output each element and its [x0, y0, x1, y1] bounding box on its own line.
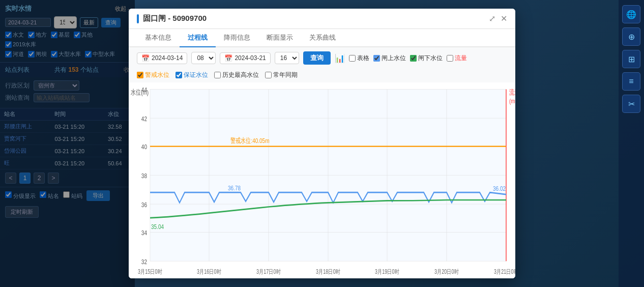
svg-text:32: 32 [141, 257, 147, 266]
start-hour-select[interactable]: 08 [191, 52, 216, 64]
chart-query-button[interactable]: 查询 [303, 51, 331, 65]
check-gate-above[interactable]: 闸上水位 [373, 54, 406, 63]
tab-basic-info[interactable]: 基本信息 [137, 29, 180, 47]
check-gate-below[interactable]: 闸下水位 [410, 54, 443, 63]
tools-icon: ✂ [628, 99, 635, 109]
modal-title: 固口闸 - 50909700 [137, 14, 207, 23]
svg-text:38: 38 [141, 171, 147, 180]
check-table[interactable]: 表格 [349, 54, 369, 63]
svg-text:40: 40 [141, 143, 147, 151]
target-button[interactable]: ⊕ [622, 27, 640, 46]
chart-svg: 32 34 36 38 40 42 44 水位(m) 流量 (m³/s) 3月1… [129, 82, 515, 278]
options-row: 警戒水位 保证水位 历史最高水位 常年同期 [129, 69, 515, 82]
tab-cross-section[interactable]: 断面显示 [258, 29, 301, 47]
close-button[interactable]: ✕ [501, 14, 507, 23]
end-hour-select[interactable]: 16 [275, 52, 299, 64]
svg-text:3月15日0时: 3月15日0时 [138, 268, 162, 275]
svg-text:36: 36 [141, 200, 147, 209]
crosshair-icon: ⊕ [628, 32, 635, 42]
grid-button[interactable]: ⊞ [622, 50, 640, 68]
end-date-input[interactable]: 📅 2024-03-21 [220, 52, 270, 64]
tab-process-line[interactable]: 过程线 [180, 29, 216, 47]
end-date-value: 2024-03-21 [235, 54, 266, 62]
svg-text:流量: 流量 [509, 89, 515, 97]
modal-header-controls: ⤢ ✕ [489, 14, 507, 23]
modal-header: 固口闸 - 50909700 ⤢ ✕ [129, 9, 515, 29]
svg-text:警戒水位:40.05m: 警戒水位:40.05m [230, 136, 270, 145]
svg-text:3月19日0时: 3月19日0时 [375, 268, 399, 275]
tab-relation-curve[interactable]: 关系曲线 [301, 29, 344, 47]
start-date-input[interactable]: 📅 2024-03-14 [137, 52, 187, 64]
svg-text:3月20日0时: 3月20日0时 [434, 268, 459, 275]
tab-rainfall[interactable]: 降雨信息 [216, 29, 258, 47]
check-history-max[interactable]: 历史最高水位 [214, 71, 259, 79]
svg-text:35.04: 35.04 [151, 222, 164, 231]
svg-text:3月16日0时: 3月16日0时 [197, 268, 221, 275]
globe-button[interactable]: 🌐 [622, 5, 640, 23]
chart-type-icon[interactable]: 📊 [335, 53, 345, 63]
svg-text:34: 34 [141, 228, 147, 237]
svg-text:(m³/s): (m³/s) [509, 97, 515, 105]
globe-icon: 🌐 [626, 10, 636, 19]
tools-button[interactable]: ✂ [622, 95, 640, 113]
calendar-icon-end: 📅 [224, 54, 232, 62]
svg-text:3月21日0时: 3月21日0时 [494, 268, 515, 275]
svg-text:42: 42 [141, 114, 147, 123]
check-guarantee-level[interactable]: 保证水位 [175, 71, 208, 79]
svg-text:水位(m): 水位(m) [131, 89, 149, 97]
check-flow[interactable]: 流量 [447, 54, 467, 63]
grid-icon: ⊞ [628, 54, 635, 64]
svg-text:3月17日0时: 3月17日0时 [256, 268, 281, 275]
svg-text:36.02: 36.02 [493, 185, 506, 193]
svg-text:3月18日0时: 3月18日0时 [316, 268, 340, 275]
layers-button[interactable]: ≡ [622, 72, 640, 91]
calendar-icon-start: 📅 [141, 54, 150, 62]
modal-overlay: 固口闸 - 50909700 ⤢ ✕ 基本信息 过程线 降雨信息 断面显示 关系… [0, 0, 644, 287]
right-toolbar: 🌐 ⊕ ⊞ ≡ ✂ [619, 0, 644, 287]
maximize-button[interactable]: ⤢ [489, 14, 495, 23]
svg-text:36.78: 36.78 [228, 184, 241, 192]
modal-dialog: 固口闸 - 50909700 ⤢ ✕ 基本信息 过程线 降雨信息 断面显示 关系… [129, 9, 515, 278]
check-same-period[interactable]: 常年同期 [265, 71, 298, 79]
start-date-value: 2024-03-14 [152, 54, 183, 62]
chart-area: 32 34 36 38 40 42 44 水位(m) 流量 (m³/s) 3月1… [129, 82, 515, 278]
layers-icon: ≡ [629, 77, 633, 86]
modal-tabs: 基本信息 过程线 降雨信息 断面显示 关系曲线 [129, 29, 515, 47]
check-warning-level[interactable]: 警戒水位 [137, 71, 169, 79]
query-bar: 📅 2024-03-14 08 📅 2024-03-21 16 查询 📊 表格 … [129, 47, 515, 69]
